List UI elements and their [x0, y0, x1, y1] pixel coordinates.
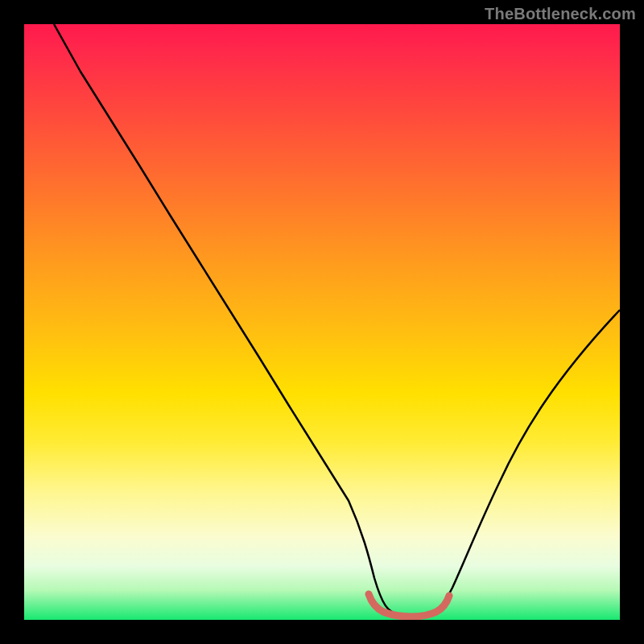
watermark-text: TheBottleneck.com: [485, 5, 636, 23]
curve-layer: [24, 24, 620, 620]
plot-area: [24, 24, 620, 620]
bottleneck-curve-path: [54, 24, 620, 616]
chart-frame: TheBottleneck.com: [0, 0, 644, 644]
